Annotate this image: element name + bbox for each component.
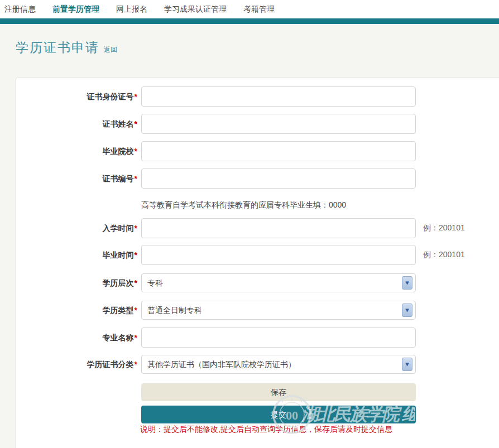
form-row-education-level: 学历层次* 专科 ▾ <box>16 273 440 293</box>
certificate-number-input[interactable] <box>141 168 416 189</box>
form-row-certificate-category: 学历证书分类* 其他学历证书（国内非军队院校学历证书） ▾ <box>16 355 440 375</box>
required-asterisk: * <box>135 306 137 315</box>
certificate-number-label: 证书编号* <box>16 168 137 189</box>
form-row-major-name: 专业名称* <box>16 327 440 348</box>
form-row-certificate-number: 证书编号* <box>16 168 440 189</box>
app-window: 注册信息 前置学历管理 网上报名 学习成果认证管理 考籍管理 学历证书申请 返回… <box>0 0 499 448</box>
enrollment-date-example-hint: 例：200101 <box>423 223 465 233</box>
certificate-id-label: 证书身份证号* <box>16 86 137 107</box>
education-level-label: 学历层次* <box>16 273 137 292</box>
form-card: 证书身份证号* 证书姓名* 毕业院校* 证书编号* 高等教育自学考试本科衔接教育… <box>16 77 499 448</box>
required-asterisk: * <box>135 333 137 342</box>
graduation-school-label: 毕业院校* <box>16 141 137 161</box>
education-level-select[interactable]: 专科 ▾ <box>141 273 416 292</box>
nav-item-learning-achievement-certification[interactable]: 学习成果认证管理 <box>164 4 227 15</box>
back-link[interactable]: 返回 <box>104 45 117 55</box>
form-row-graduation-school: 毕业院校* <box>16 141 440 161</box>
top-navigation: 注册信息 前置学历管理 网上报名 学习成果认证管理 考籍管理 <box>0 0 499 18</box>
certificate-id-input[interactable] <box>141 86 416 107</box>
chevron-down-icon: ▾ <box>402 304 412 317</box>
education-type-label: 学历类型* <box>16 301 137 320</box>
education-level-selected-value: 专科 <box>147 274 163 292</box>
certificate-category-label: 学历证书分类* <box>16 355 137 374</box>
required-asterisk: * <box>135 174 137 183</box>
required-asterisk: * <box>135 119 137 128</box>
self-study-exam-note: 高等教育自学考试本科衔接教育的应届专科毕业生填：0000 <box>141 200 346 210</box>
required-asterisk: * <box>135 224 137 233</box>
certificate-category-select[interactable]: 其他学历证书（国内非军队院校学历证书） ▾ <box>141 355 416 374</box>
nav-item-prior-education-management[interactable]: 前置学历管理 <box>52 4 99 15</box>
nav-item-registration-info[interactable]: 注册信息 <box>4 4 36 15</box>
required-asterisk: * <box>135 147 137 156</box>
form-row-education-type: 学历类型* 普通全日制专科 ▾ <box>16 301 440 321</box>
form-row-certificate-name: 证书姓名* <box>16 114 440 134</box>
graduation-date-example-hint: 例：200101 <box>423 250 465 260</box>
graduation-date-label: 毕业时间* <box>16 245 137 265</box>
page-header: 学历证书申请 返回 <box>16 39 117 56</box>
enrollment-date-label: 入学时间* <box>16 218 137 238</box>
graduation-school-input[interactable] <box>141 141 416 161</box>
enrollment-date-input[interactable] <box>141 218 416 238</box>
accent-divider-bar <box>0 18 499 24</box>
major-name-label: 专业名称* <box>16 327 137 348</box>
form-row-certificate-id: 证书身份证号* <box>16 86 440 107</box>
education-type-selected-value: 普通全日制专科 <box>147 301 202 319</box>
education-type-select[interactable]: 普通全日制专科 ▾ <box>141 301 416 320</box>
required-asterisk: * <box>135 360 137 369</box>
required-asterisk: * <box>135 92 137 101</box>
form-row-graduation-date: 毕业时间* 例：200101 <box>16 245 440 265</box>
graduation-date-input[interactable] <box>141 245 416 265</box>
nav-item-exam-record-management[interactable]: 考籍管理 <box>243 4 275 15</box>
save-button[interactable]: 保存 <box>141 383 416 401</box>
major-name-input[interactable] <box>141 327 416 348</box>
form-row-enrollment-date: 入学时间* 例：200101 <box>16 218 440 238</box>
page-title: 学历证书申请 <box>16 39 99 56</box>
certificate-name-input[interactable] <box>141 114 416 134</box>
chevron-down-icon: ▾ <box>402 358 412 371</box>
nav-item-online-registration[interactable]: 网上报名 <box>116 4 147 15</box>
submit-button[interactable]: 提交 <box>141 406 416 423</box>
certificate-category-selected-value: 其他学历证书（国内非军队院校学历证书） <box>147 355 296 373</box>
certificate-name-label: 证书姓名* <box>16 114 137 134</box>
required-asterisk: * <box>135 278 137 287</box>
submission-instruction-note: 说明：提交后不能修改,提交后自动查询学历信息，保存后请及时提交信息 <box>140 425 392 435</box>
required-asterisk: * <box>135 251 137 259</box>
chevron-down-icon: ▾ <box>402 276 412 290</box>
